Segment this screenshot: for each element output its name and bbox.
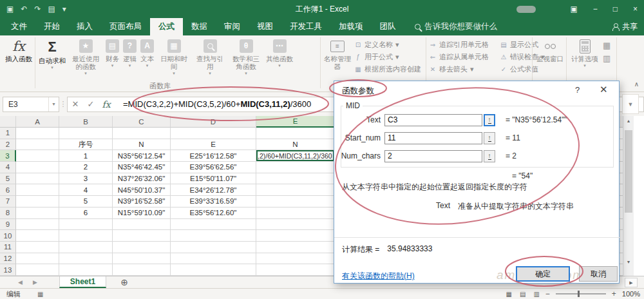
trace-dependents-button[interactable]: ⇐追踪从属单元格 [429, 52, 489, 62]
grid-cell[interactable]: E39°33'16.59" [171, 196, 256, 207]
grid-cell[interactable] [16, 196, 59, 207]
minimize-button[interactable]: − [593, 5, 598, 14]
page-break-view-icon[interactable]: ▥ [533, 291, 539, 298]
grid-cell[interactable] [171, 264, 256, 276]
grid-cell[interactable]: N35°56'12.54" [113, 150, 171, 162]
grid-cell[interactable]: N35°46'42.45" [113, 162, 171, 173]
remove-arrows-button[interactable]: ✕移去箭头▾ [429, 64, 489, 74]
row-header-5[interactable]: 5 [0, 173, 16, 185]
grid-cell[interactable] [16, 139, 59, 151]
page-layout-view-icon[interactable]: ▤ [520, 291, 526, 298]
define-name-button[interactable]: ⊡定义名称▾ [354, 40, 421, 50]
zoom-level[interactable]: 100% [622, 290, 640, 298]
grid-cell[interactable] [113, 253, 171, 265]
share-button[interactable]: 共享 [612, 18, 638, 35]
ribbon-display-options-icon[interactable]: ▣ [570, 5, 577, 14]
macro-record-icon[interactable]: ▦ [37, 291, 43, 298]
insert-function-fx-button[interactable]: fx [99, 99, 114, 110]
calculation-options-button[interactable]: 计算选项 ▾ [569, 38, 600, 68]
grid-cell[interactable]: 2 [59, 162, 113, 173]
calculate-now-icon[interactable]: ▦ [603, 41, 611, 50]
grid-cell[interactable] [16, 219, 59, 231]
name-box[interactable]: E3 ▼ [3, 97, 59, 112]
financial-button[interactable]: ▤财务▾ [104, 38, 121, 68]
active-cell-e3[interactable]: ,2)/60+MID(C3,11,2)/360 [256, 150, 335, 162]
grid-cell[interactable] [113, 242, 171, 253]
grid-cell[interactable]: E39°56'62.56" [171, 162, 256, 173]
grid-cell[interactable]: 1 [59, 150, 113, 162]
grid-cell[interactable] [113, 128, 171, 139]
grid-cell[interactable] [256, 253, 335, 265]
row-header-13[interactable]: 13 [0, 264, 16, 276]
grid-cell[interactable] [59, 219, 113, 231]
evaluate-formula-button[interactable]: ✓公式求值 [500, 64, 545, 74]
grid-cell[interactable] [256, 184, 335, 196]
argument-input-start_num[interactable]: 11 [384, 132, 482, 144]
grid-cell[interactable] [171, 128, 256, 139]
grid-cell[interactable]: E [171, 139, 256, 151]
grid-cell[interactable] [16, 173, 59, 185]
grid-cell[interactable] [256, 196, 335, 207]
grid-cell[interactable]: N [113, 139, 171, 151]
row-header-7[interactable]: 7 [0, 196, 16, 207]
zoom-in-button[interactable]: + [612, 289, 616, 298]
zoom-slider[interactable] [556, 293, 606, 294]
function-help-link[interactable]: 有关该函数的帮助(H) [342, 271, 415, 282]
collapse-dialog-icon[interactable]: ↑ [484, 132, 495, 144]
sheet-tab-sheet1[interactable]: Sheet1 [59, 276, 106, 288]
grid-cell[interactable] [16, 207, 59, 219]
more-functions-button[interactable]: ⋯其他函数▾ [264, 38, 295, 68]
ribbon-tab[interactable]: 审阅 [216, 18, 249, 35]
sheet-nav-left-icon[interactable]: ◀ [18, 279, 23, 285]
ribbon-tab[interactable]: 团队 [372, 18, 404, 35]
collapse-dialog-icon[interactable]: ↑ [484, 150, 495, 162]
ribbon-tab[interactable]: 插入 [68, 18, 101, 35]
select-all-corner[interactable] [0, 116, 16, 128]
row-header-12[interactable]: 12 [0, 253, 16, 265]
formula-bar-expand-chevron-icon[interactable]: ▼ [622, 94, 639, 114]
grid-cell[interactable] [16, 150, 59, 162]
math-trig-button[interactable]: θ数学和三角函数▾ [228, 38, 264, 76]
grid-cell[interactable]: E34°26'12.78" [171, 184, 256, 196]
ribbon-tab[interactable]: 加载项 [330, 18, 372, 35]
grid-cell[interactable]: 3 [59, 173, 113, 185]
grid-cell[interactable]: N [256, 139, 335, 151]
ribbon-tab[interactable]: 文件 [3, 18, 35, 35]
ribbon-tab[interactable]: 页面布局 [101, 18, 150, 35]
grid-cell[interactable]: E35°56'12.60" [171, 207, 256, 219]
ok-button[interactable]: 确定 [516, 266, 570, 282]
grid-cell[interactable] [59, 264, 113, 276]
autosum-button[interactable]: Σ自动求和▾ [37, 38, 68, 70]
ribbon-tab[interactable]: 开发工具 [281, 18, 330, 35]
date-time-button[interactable]: ▦日期和时间▾ [156, 38, 192, 76]
lookup-reference-button[interactable]: 查找与引用▾ [192, 38, 228, 76]
logical-button[interactable]: ?逻辑▾ [121, 38, 138, 68]
argument-input-text[interactable]: C3 [384, 114, 482, 126]
column-header-d[interactable]: D [171, 116, 256, 128]
grid-cell[interactable] [16, 162, 59, 173]
grid-cell[interactable] [113, 264, 171, 276]
grid-cell[interactable] [16, 230, 59, 242]
row-header-11[interactable]: 11 [0, 242, 16, 253]
scroll-up-icon[interactable]: ▲ [623, 116, 634, 126]
row-header-6[interactable]: 6 [0, 184, 16, 196]
column-header-a[interactable]: A [16, 116, 59, 128]
recent-functions-button[interactable]: ★最近使用的函数▾ [68, 38, 104, 76]
grid-cell[interactable]: N45°50'10.37" [113, 184, 171, 196]
grid-cell[interactable] [59, 128, 113, 139]
row-header-8[interactable]: 8 [0, 207, 16, 219]
dialog-close-icon[interactable]: ✕ [600, 84, 608, 95]
name-box-dropdown-icon[interactable]: ▼ [48, 97, 59, 111]
grid-cell[interactable]: 6 [59, 207, 113, 219]
sheet-nav-right-icon[interactable]: ▶ [33, 279, 37, 285]
grid-cell[interactable] [256, 219, 335, 231]
grid-cell[interactable]: E15°50'11.07" [171, 173, 256, 185]
grid-cell[interactable] [256, 230, 335, 242]
grid-cell[interactable] [256, 162, 335, 173]
grid-cell[interactable] [16, 253, 59, 265]
maximize-button[interactable]: □ [613, 5, 618, 14]
zoom-out-button[interactable]: − [545, 289, 550, 298]
grid-cell[interactable] [16, 184, 59, 196]
argument-input-num_chars[interactable]: 2 [384, 150, 482, 162]
row-header-9[interactable]: 9 [0, 219, 16, 231]
